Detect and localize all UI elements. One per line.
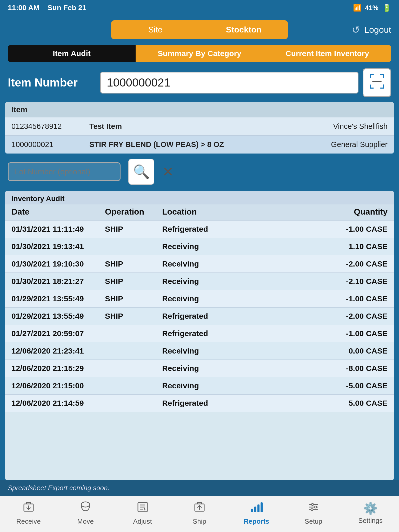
svg-rect-7 bbox=[383, 84, 384, 89]
nav-item-settings[interactable]: ⚙️ Settings bbox=[350, 502, 391, 525]
wifi-icon: 📶 bbox=[353, 4, 361, 12]
tab-bar: Item Audit Summary By Category Current I… bbox=[8, 45, 391, 62]
audit-operation: SHIP bbox=[105, 312, 162, 321]
audit-quantity: -8.00 CASE bbox=[325, 364, 388, 373]
nav-item-move[interactable]: Move bbox=[65, 501, 106, 526]
nav-item-reports[interactable]: Reports bbox=[236, 501, 277, 526]
audit-quantity: -2.10 CASE bbox=[325, 277, 388, 286]
audit-quantity: 5.00 CASE bbox=[325, 399, 388, 408]
site-button[interactable]: Site bbox=[111, 20, 200, 39]
svg-point-26 bbox=[315, 506, 317, 508]
audit-row: 01/30/2021 18:21:27 SHIP Receiving -2.10… bbox=[5, 272, 394, 290]
audit-location: Refrigerated bbox=[162, 399, 325, 408]
audit-table-header: Inventory Audit bbox=[5, 191, 394, 204]
svg-rect-1 bbox=[370, 74, 371, 78]
audit-row: 01/30/2021 19:13:41 Receiving 1.10 CASE bbox=[5, 238, 394, 255]
audit-operation: SHIP bbox=[105, 260, 162, 268]
audit-quantity: 1.10 CASE bbox=[325, 242, 388, 251]
settings-label: Settings bbox=[358, 517, 383, 525]
tab-summary-by-category[interactable]: Summary By Category bbox=[136, 45, 263, 62]
table-row[interactable]: 1000000021 STIR FRY BLEND (LOW PEAS) > 8… bbox=[5, 135, 394, 154]
audit-quantity: -1.00 CASE bbox=[325, 225, 388, 234]
table-row[interactable]: 012345678912 Test Item Vince's Shellfish bbox=[5, 117, 394, 135]
audit-row: 01/30/2021 19:10:30 SHIP Receiving -2.00… bbox=[5, 255, 394, 272]
col-header-date: Date bbox=[11, 207, 105, 217]
receive-icon bbox=[22, 501, 35, 516]
audit-row: 01/29/2021 13:55:49 SHIP Refrigerated -2… bbox=[5, 307, 394, 325]
audit-row: 01/31/2021 11:11:49 SHIP Refrigerated -1… bbox=[5, 220, 394, 238]
item-table-header: Item bbox=[5, 102, 394, 117]
tab-current-item-inventory[interactable]: Current Item Inventory bbox=[263, 45, 391, 62]
search-icon: 🔍 bbox=[133, 164, 150, 180]
setup-label: Setup bbox=[305, 517, 322, 526]
nav-item-adjust[interactable]: Adjust bbox=[122, 501, 163, 526]
time-display: 11:00 AM bbox=[8, 4, 39, 12]
svg-point-11 bbox=[81, 502, 90, 507]
status-time: 11:00 AM Sun Feb 21 bbox=[8, 4, 86, 12]
audit-table: Inventory Audit Date Operation Location … bbox=[5, 191, 394, 480]
bottom-nav: Receive Move Adjust Ship Reports Setup ⚙… bbox=[0, 496, 399, 532]
audit-date: 01/31/2021 11:11:49 bbox=[11, 225, 105, 234]
tab-item-audit[interactable]: Item Audit bbox=[8, 45, 136, 62]
svg-point-27 bbox=[311, 509, 313, 511]
footer-message: Spreadsheet Export coming soon. bbox=[0, 480, 399, 496]
battery-indicator: 41% bbox=[365, 4, 378, 12]
audit-quantity: -1.00 CASE bbox=[325, 294, 388, 303]
ship-icon bbox=[193, 501, 206, 516]
svg-rect-21 bbox=[261, 502, 263, 512]
audit-date: 01/30/2021 19:10:30 bbox=[11, 260, 105, 268]
nav-item-ship[interactable]: Ship bbox=[179, 501, 220, 526]
lot-row: 🔍 ✕ bbox=[0, 154, 399, 190]
audit-date: 12/06/2020 21:15:00 bbox=[11, 381, 105, 390]
col-header-location: Location bbox=[162, 207, 325, 217]
audit-date: 01/30/2021 18:21:27 bbox=[11, 277, 105, 286]
audit-operation: SHIP bbox=[105, 277, 162, 286]
audit-location: Receiving bbox=[162, 294, 325, 303]
nav-item-setup[interactable]: Setup bbox=[293, 501, 334, 526]
lot-number-input[interactable] bbox=[8, 162, 121, 181]
adjust-icon bbox=[136, 501, 149, 516]
audit-date: 01/30/2021 19:13:41 bbox=[11, 242, 105, 251]
svg-rect-18 bbox=[251, 509, 253, 512]
status-bar: 11:00 AM Sun Feb 21 📶 41% 🔋 bbox=[0, 0, 399, 16]
nav-item-receive[interactable]: Receive bbox=[8, 501, 49, 526]
svg-rect-3 bbox=[383, 74, 384, 78]
reports-label: Reports bbox=[244, 517, 269, 526]
svg-rect-8 bbox=[372, 81, 382, 82]
logout-button[interactable]: Logout bbox=[364, 25, 391, 35]
audit-quantity: -2.00 CASE bbox=[325, 260, 388, 268]
scan-icon bbox=[369, 73, 385, 92]
status-indicators: 📶 41% 🔋 bbox=[353, 4, 391, 12]
item-number-label: Item Number bbox=[8, 76, 96, 89]
audit-operation: SHIP bbox=[105, 225, 162, 234]
move-icon bbox=[79, 501, 92, 516]
audit-date: 12/06/2020 21:23:41 bbox=[11, 347, 105, 355]
audit-location: Receiving bbox=[162, 260, 325, 268]
col-header-operation: Operation bbox=[105, 207, 162, 217]
audit-location: Refrigerated bbox=[162, 329, 325, 338]
ship-label: Ship bbox=[193, 517, 206, 526]
reload-icon[interactable]: ↺ bbox=[352, 24, 360, 36]
top-nav: Site Stockton ↺ Logout bbox=[0, 16, 399, 39]
audit-date: 01/29/2021 13:55:49 bbox=[11, 312, 105, 321]
item-code: 1000000021 bbox=[11, 140, 89, 149]
audit-row: 01/29/2021 13:55:49 SHIP Receiving -1.00… bbox=[5, 290, 394, 307]
search-button[interactable]: 🔍 bbox=[128, 159, 154, 185]
item-number-input[interactable] bbox=[100, 72, 358, 94]
audit-quantity: -2.00 CASE bbox=[325, 312, 388, 321]
audit-row: 12/06/2020 21:23:41 Receiving 0.00 CASE bbox=[5, 342, 394, 360]
clear-button[interactable]: ✕ bbox=[162, 164, 174, 180]
audit-date: 12/06/2020 21:14:59 bbox=[11, 399, 105, 408]
audit-location: Receiving bbox=[162, 364, 325, 373]
scan-button[interactable] bbox=[363, 68, 391, 97]
item-table: Item 012345678912 Test Item Vince's Shel… bbox=[5, 102, 394, 154]
battery-icon: 🔋 bbox=[382, 4, 391, 12]
audit-location: Receiving bbox=[162, 347, 325, 355]
svg-point-25 bbox=[311, 503, 314, 506]
audit-location: Receiving bbox=[162, 242, 325, 251]
audit-location: Receiving bbox=[162, 381, 325, 390]
col-header-quantity: Quantity bbox=[325, 207, 388, 217]
stockton-button[interactable]: Stockton bbox=[200, 20, 288, 39]
audit-rows-container: 01/31/2021 11:11:49 SHIP Refrigerated -1… bbox=[5, 220, 394, 412]
audit-operation: SHIP bbox=[105, 294, 162, 303]
